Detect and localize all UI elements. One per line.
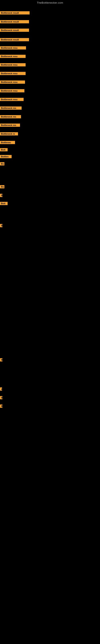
bottleneck-result-label: Bottleneck resu bbox=[0, 72, 26, 75]
bottleneck-result-label: B bbox=[0, 396, 2, 399]
bottleneck-result-label: Bottleneck result bbox=[0, 11, 30, 14]
bottleneck-result-label: Bottleneck result bbox=[0, 20, 29, 23]
bottleneck-result-label: Bottleneck result bbox=[0, 28, 29, 32]
bottleneck-result-label: Bo bbox=[0, 185, 4, 188]
bottleneck-result-label: Bottleneck re bbox=[0, 132, 18, 136]
bottleneck-result-label: Bottleneck res bbox=[0, 124, 20, 127]
bottleneck-result-label: B bbox=[0, 404, 2, 408]
bottleneck-result-label: Bottleneck resu bbox=[0, 46, 26, 50]
bottleneck-result-label: Bottleneck res bbox=[0, 115, 21, 118]
bottleneck-result-label: Bottleneck resu bbox=[0, 63, 26, 66]
bottleneck-result-label: Bott bbox=[0, 148, 8, 151]
bottleneck-result-label: Bo bbox=[0, 162, 4, 166]
bottleneck-result-label: Bottleneck resu bbox=[0, 89, 24, 92]
bottleneck-result-label: Bott bbox=[0, 202, 8, 205]
bottleneck-result-label: Bottleneck resu bbox=[0, 55, 26, 58]
bottleneck-result-label: B bbox=[0, 358, 2, 362]
bottleneck-result-label: Bottlenec bbox=[0, 141, 15, 144]
bottleneck-result-label: B bbox=[0, 224, 2, 227]
site-title: TheBottlenecker.com bbox=[0, 0, 100, 5]
bottleneck-result-label: Bottleneck resu bbox=[0, 80, 25, 84]
bottleneck-result-label: s bbox=[0, 388, 2, 391]
bottleneck-result-label: B bbox=[0, 194, 2, 197]
bottleneck-result-label: Bottleneck result bbox=[0, 38, 29, 41]
bottleneck-result-label: Bottlen bbox=[0, 155, 12, 158]
bottleneck-result-label: Bottleneck resu bbox=[0, 98, 24, 101]
bottleneck-result-label: Bottleneck res bbox=[0, 106, 22, 110]
